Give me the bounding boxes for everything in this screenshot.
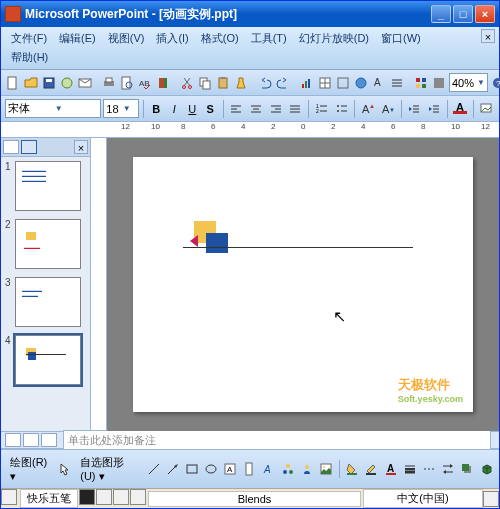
new-icon[interactable] [5, 73, 21, 93]
slides-tab[interactable] [21, 140, 37, 154]
arrow-style-icon[interactable] [440, 459, 457, 479]
clipart-icon[interactable] [298, 459, 315, 479]
font-name-select[interactable]: 宋体▼ [5, 99, 101, 118]
slide-shape[interactable] [188, 217, 238, 262]
slide-editor[interactable]: ↖ 天极软件 Soft.yesky.com [107, 138, 499, 431]
insert-table-icon[interactable] [317, 73, 333, 93]
ime-keyboard-icon[interactable] [1, 489, 17, 505]
close-button[interactable]: × [475, 5, 495, 23]
mail-icon[interactable] [77, 73, 93, 93]
save-icon[interactable] [41, 73, 57, 93]
shadow-style-icon[interactable] [459, 459, 476, 479]
thumbnail[interactable]: 3▬▬▬▬▬▬▬▬▬ [5, 277, 86, 327]
font-color-button[interactable]: A [452, 99, 469, 118]
menu-edit[interactable]: 编辑(E) [53, 29, 102, 48]
show-grid-icon[interactable] [413, 73, 429, 93]
align-right-icon[interactable] [267, 99, 285, 119]
normal-view-button[interactable] [5, 433, 21, 447]
menu-help[interactable]: 帮助(H) [5, 48, 54, 67]
open-icon[interactable] [23, 73, 39, 93]
rectangle-icon[interactable] [183, 459, 200, 479]
thumbnail[interactable]: 2▬▬▬▬ [5, 219, 86, 269]
bullets-icon[interactable] [333, 99, 351, 119]
draw-menu[interactable]: 绘图(R) ▾ [5, 452, 54, 486]
select-objects-icon[interactable] [56, 459, 73, 479]
spellcheck-icon[interactable]: AB [137, 73, 153, 93]
line-icon[interactable] [145, 459, 162, 479]
menu-file[interactable]: 文件(F) [5, 29, 53, 48]
menu-format[interactable]: 格式(O) [195, 29, 245, 48]
status-ext-icon[interactable] [483, 491, 499, 507]
menu-tools[interactable]: 工具(T) [245, 29, 293, 48]
underline-button[interactable]: U [184, 99, 201, 118]
align-center-icon[interactable] [247, 99, 265, 119]
show-formatting-icon[interactable] [389, 73, 405, 93]
font-size-select[interactable]: 18▼ [103, 99, 139, 118]
research-icon[interactable] [155, 73, 171, 93]
ime-punct-icon[interactable] [113, 489, 129, 505]
slide-line[interactable] [183, 247, 413, 248]
decrease-font-icon[interactable]: A▼ [379, 99, 397, 119]
permission-icon[interactable] [59, 73, 75, 93]
line-color-icon[interactable] [363, 459, 380, 479]
ime-name[interactable]: 快乐五笔 [20, 489, 78, 508]
menu-view[interactable]: 视图(V) [102, 29, 151, 48]
paste-icon[interactable] [215, 73, 231, 93]
menu-slideshow[interactable]: 幻灯片放映(D) [293, 29, 375, 48]
thumbnail[interactable]: 4 [5, 335, 86, 385]
bold-button[interactable]: B [148, 99, 165, 118]
outline-tab[interactable] [3, 140, 19, 154]
format-painter-icon[interactable] [233, 73, 249, 93]
ime-shape-icon[interactable] [96, 489, 112, 505]
3d-style-icon[interactable] [478, 459, 495, 479]
decrease-indent-icon[interactable] [405, 99, 423, 119]
increase-font-icon[interactable]: A▲ [359, 99, 377, 119]
color-icon[interactable] [431, 73, 447, 93]
ime-mode-icon[interactable] [79, 489, 95, 505]
print-preview-icon[interactable] [119, 73, 135, 93]
help-icon[interactable]: ? [490, 73, 500, 93]
distributed-icon[interactable] [287, 99, 305, 119]
font-color-icon[interactable]: A [382, 459, 399, 479]
doc-close-button[interactable]: × [481, 29, 495, 43]
minimize-button[interactable]: _ [431, 5, 451, 23]
cut-icon[interactable] [179, 73, 195, 93]
panel-close-button[interactable]: × [74, 140, 88, 154]
design-icon[interactable] [477, 99, 495, 119]
expand-all-icon[interactable]: A [371, 73, 387, 93]
zoom-select[interactable]: 40%▼ [449, 73, 488, 92]
svg-rect-2 [46, 79, 52, 82]
arrow-icon[interactable] [164, 459, 181, 479]
copy-icon[interactable] [197, 73, 213, 93]
slide-canvas[interactable]: ↖ 天极软件 Soft.yesky.com [133, 157, 473, 412]
fill-color-icon[interactable] [344, 459, 361, 479]
line-style-icon[interactable] [401, 459, 418, 479]
slideshow-view-button[interactable] [41, 433, 57, 447]
numbering-icon[interactable]: 12 [313, 99, 331, 119]
tables-borders-icon[interactable] [335, 73, 351, 93]
shadow-button[interactable]: S [202, 99, 219, 118]
notes-pane[interactable]: 单击此处添加备注 [63, 430, 491, 450]
ime-softkb-icon[interactable] [130, 489, 146, 505]
increase-indent-icon[interactable] [425, 99, 443, 119]
maximize-button[interactable]: □ [453, 5, 473, 23]
redo-icon[interactable] [275, 73, 291, 93]
dash-style-icon[interactable] [420, 459, 437, 479]
vertical-textbox-icon[interactable] [241, 459, 258, 479]
italic-button[interactable]: I [166, 99, 183, 118]
insert-chart-icon[interactable] [299, 73, 315, 93]
thumbnail[interactable]: 1▬▬▬▬▬▬▬▬▬▬▬▬▬▬▬▬▬▬ [5, 161, 86, 211]
oval-icon[interactable] [202, 459, 219, 479]
align-left-icon[interactable] [228, 99, 246, 119]
undo-icon[interactable] [257, 73, 273, 93]
menu-insert[interactable]: 插入(I) [150, 29, 194, 48]
insert-hyperlink-icon[interactable] [353, 73, 369, 93]
print-icon[interactable] [101, 73, 117, 93]
slide-sorter-view-button[interactable] [23, 433, 39, 447]
wordart-icon[interactable]: A [260, 459, 277, 479]
insert-picture-icon[interactable] [318, 459, 335, 479]
textbox-icon[interactable]: A [222, 459, 239, 479]
menu-window[interactable]: 窗口(W) [375, 29, 427, 48]
diagram-icon[interactable] [279, 459, 296, 479]
autoshapes-menu[interactable]: 自选图形(U) ▾ [75, 452, 143, 486]
